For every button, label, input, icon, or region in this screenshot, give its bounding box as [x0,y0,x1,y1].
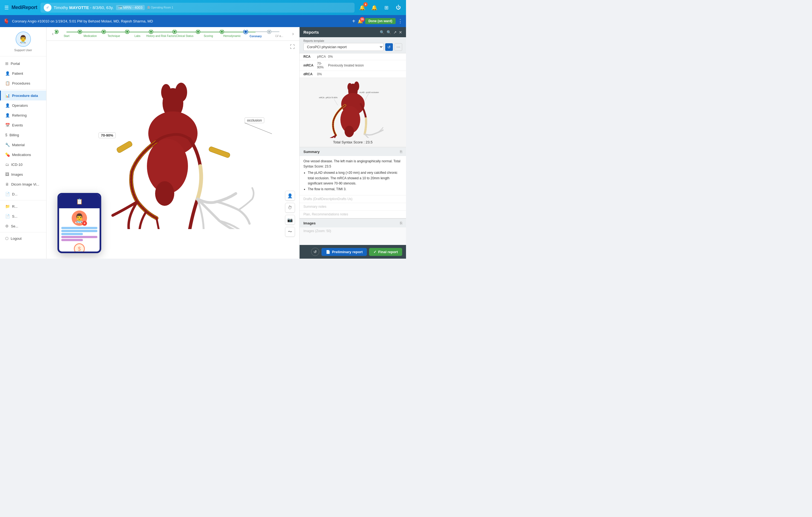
app-logo: MediReport [11,5,37,10]
card-line-2 [61,230,97,232]
fullscreen-button[interactable]: ⛶ [290,44,295,50]
main-layout: 👨‍⚕️ Support User ⊞ Portal 👤 Patient 📋 P… [0,27,406,259]
sidebar-item-procedure-data[interactable]: 📊 Procedure data [0,91,46,100]
step-technique[interactable]: Technique [102,30,125,37]
step-label-scoring: Scoring [204,34,213,37]
sidebar-item-label-images: Images [11,172,23,176]
images-copy-button[interactable]: ⎘ [400,221,402,225]
sidebar-item-label-operators: Operators [12,104,28,108]
step-scoring[interactable]: Scoring [197,30,220,37]
plan-notes-placeholder: Plan, Recommendations notes [303,212,348,216]
external-link-icon[interactable]: ↗ [394,30,397,34]
step-dot-clinical [173,30,176,33]
step-clinical[interactable]: Clinical Status [173,30,197,37]
step-coronary[interactable]: Coronary [244,30,267,38]
search-icon[interactable]: 🔍 [380,30,384,34]
sidebar-item-logout[interactable]: ⬡ Logout [0,233,46,243]
power-icon[interactable]: ⏻ [394,3,403,12]
reports-panel-title: Reports [303,30,319,34]
rca-mRCA-row[interactable]: mRCA 70-90% Previously treated lesion [299,60,406,71]
patient-name: Timothy MAYOTTE - 8/3/60, 63y. [54,5,114,10]
summary-notes-field[interactable]: Summary notes [299,203,406,210]
layout-icon[interactable]: ⊞ [382,3,391,12]
doctor-avatar: 👨‍⚕️ + [72,210,87,226]
template-select[interactable]: CoroPCI physician report [303,43,383,51]
sidebar-item-label-procedures: Procedures [12,81,30,85]
s-icon: 📄 [5,214,10,219]
sidebar-item-label-r: R... [12,204,18,208]
card-line-5 [61,239,83,241]
procedure-icon: 🫀 [3,18,9,24]
sidebar-item-settings[interactable]: ⚙ Se... [0,221,46,231]
steps-prev-button[interactable]: ‹ [51,31,55,37]
final-report-button[interactable]: ✓ Final report [369,248,402,256]
mobile-card-body: 👨‍⚕️ + $ [59,208,99,253]
add-button[interactable]: + [352,18,355,24]
step-hemodynamic[interactable]: Hemodynamic [220,30,244,37]
timer-tool-button[interactable]: ⏱ [285,203,295,213]
step-start[interactable]: Start [55,30,78,37]
images-section: Images ⎘ Images (Zoom: 50) [299,218,406,234]
drafts-field[interactable]: Drafts (DraftDescriptionDrafts Us) [299,195,406,203]
step-medication[interactable]: Medication [78,30,102,37]
sidebar-item-d[interactable]: 📄 D... [0,189,46,199]
sidebar-item-procedures[interactable]: 📋 Procedures [0,78,46,88]
user-avatar-section: 👨‍⚕️ Support User [0,27,46,56]
card-lines [61,227,97,241]
occlusion-line [244,120,278,137]
steps-next-button[interactable]: › [291,31,295,37]
prelim-icon: 📄 [326,250,330,254]
alerts-icon[interactable]: 🔔 9 [358,3,367,12]
logo-area: ☰ MediReport [3,4,37,12]
operators-icon: 👤 [5,103,10,108]
hamburger-menu[interactable]: ☰ [3,4,10,12]
drafts-placeholder: Drafts (DraftDescriptionDrafts Us) [303,197,352,201]
card-line-3 [61,233,83,235]
preliminary-report-button[interactable]: 📄 Preliminary report [321,248,367,256]
close-panel-button[interactable]: ✕ [399,30,402,34]
summary-bullet-2: The flow is normal, TIMI 3. [308,186,402,192]
refresh-template-button[interactable]: ↺ [385,43,393,51]
rca-dRCA-row[interactable]: dRCA 0% [299,71,406,78]
avatar-label: Support User [14,49,32,52]
bell-icon[interactable]: 🔔 [370,3,379,12]
sidebar-item-label-settings: Se... [11,224,18,228]
zoom-in-icon[interactable]: 🔍 [386,30,391,34]
notification-button[interactable]: 🔔 16 [357,19,363,24]
sidebar-item-portal[interactable]: ⊞ Portal [0,59,46,68]
sidebar: 👨‍⚕️ Support User ⊞ Portal 👤 Patient 📋 P… [0,27,47,259]
stenosis-label: 70-90% [98,133,116,138]
sidebar-item-images[interactable]: 🖼 Images [0,169,46,179]
referring-icon: 👤 [5,113,10,117]
sidebar-item-medications[interactable]: 💊 Medications [0,150,46,160]
summary-copy-button[interactable]: ⎘ [400,149,402,154]
ecg-tool-button[interactable]: 〜 [285,227,295,237]
svg-point-13 [347,83,352,91]
sidebar-item-dicom[interactable]: 🖥 Dicom Image Vi... [0,179,46,189]
sidebar-item-patient[interactable]: 👤 Patient [0,68,46,78]
sidebar-item-label-dicom: Dicom Image Vi... [11,182,39,186]
sidebar-item-referring[interactable]: 👤 Referring [0,110,46,120]
more-actions-button[interactable]: ⋮ [398,18,403,24]
sidebar-item-icd10[interactable]: 🗂 ICD-10 [0,160,46,169]
image-tool-button[interactable]: 📷 [285,215,295,225]
step-label-technique: Technique [108,34,120,37]
sidebar-item-material[interactable]: 🔧 Material [0,140,46,150]
sidebar-item-s[interactable]: 📄 S... [0,211,46,221]
plan-notes-field[interactable]: Plan, Recommendations notes [299,210,406,218]
step-dot-medication [78,30,82,33]
sidebar-item-events[interactable]: 📅 Events [0,120,46,130]
step-history[interactable]: History and Risk Factors [149,30,173,37]
sidebar-item-label-s: S... [12,214,18,219]
sidebar-item-operators[interactable]: 👤 Operators [0,100,46,110]
final-icon: ✓ [373,250,376,254]
sidebar-item-billing[interactable]: $ Billing [0,130,46,140]
top-bar: ☰ MediReport ♂ Timothy MAYOTTE - 8/3/60,… [0,0,406,15]
person-tool-button[interactable]: 👤 [285,191,295,201]
mRCA-label: mRCA [303,63,317,67]
step-labs[interactable]: Labs [125,30,149,37]
step-lva[interactable]: LV a... [267,30,291,37]
more-template-button[interactable]: ⋯ [395,43,402,51]
sidebar-item-r[interactable]: 📁 R... [0,201,46,211]
footer-refresh-button[interactable]: ↺ [311,248,319,256]
